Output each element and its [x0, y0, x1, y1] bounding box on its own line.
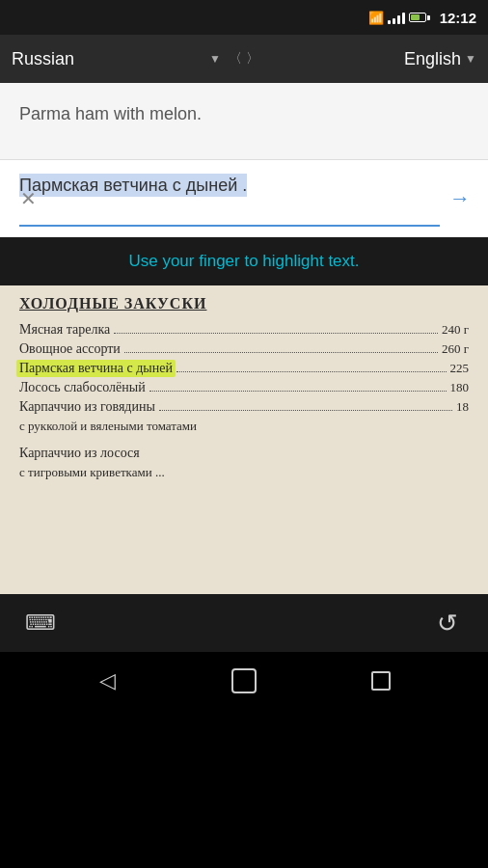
recent-apps-button[interactable]: [360, 660, 402, 702]
hint-text: Use your finger to highlight text.: [128, 252, 359, 271]
back-icon: ◁: [99, 668, 116, 693]
nav-bar: ◁: [0, 652, 488, 710]
input-text[interactable]: Пармская ветчина с дыней .: [19, 174, 247, 197]
source-dropdown-icon[interactable]: ▼: [209, 52, 221, 66]
back-button[interactable]: ◁: [86, 660, 128, 702]
status-icons: 📶 12:12: [368, 10, 476, 26]
source-language[interactable]: Russian: [12, 49, 205, 69]
menu-item-price: 240 г: [442, 322, 469, 338]
go-button[interactable]: →: [444, 186, 476, 211]
battery-icon: [409, 13, 430, 22]
menu-dots: [176, 371, 447, 372]
camera-view[interactable]: ХОЛОДНЫЕ ЗАКУСКИ Мясная тарелка 240 г Ов…: [0, 285, 488, 594]
menu-dots: [159, 410, 452, 411]
menu-item-name: Карпаччио из лосося: [19, 446, 140, 461]
menu-item-price: 260 г: [442, 341, 469, 357]
hint-bar: Use your finger to highlight text.: [0, 237, 488, 285]
keyboard-icon[interactable]: ⌨: [25, 610, 56, 636]
menu-item-price: 18: [456, 399, 469, 415]
keyboard-button[interactable]: ⌨: [19, 602, 62, 644]
input-underline: [19, 225, 440, 227]
menu-dots: [149, 391, 447, 392]
menu-dots: [124, 352, 438, 353]
target-language[interactable]: English: [267, 49, 461, 69]
menu-item-name: Лосось слабосолёный: [19, 380, 146, 395]
menu-dots: [114, 333, 438, 334]
list-item: Пармская ветчина с дыней 225: [19, 361, 469, 376]
language-bar[interactable]: Russian ▼ 〈 〉 English ▼: [0, 35, 488, 83]
status-bar: 📶 12:12: [0, 0, 488, 35]
list-item: Лосось слабосолёный 180: [19, 380, 469, 395]
wifi-icon: 📶: [368, 11, 384, 25]
menu-section-title: ХОЛОДНЫЕ ЗАКУСКИ: [19, 295, 469, 312]
refresh-icon[interactable]: ↺: [437, 609, 458, 638]
list-item: Карпаччио из говядины 18: [19, 399, 469, 415]
refresh-button[interactable]: ↺: [426, 602, 469, 644]
target-dropdown-icon[interactable]: ▼: [465, 52, 476, 66]
menu-item-name: Овощное ассорти: [19, 341, 121, 357]
menu-item-sub: с тигровыми криветками ...: [19, 465, 469, 480]
signal-icon: [388, 11, 405, 24]
highlighted-menu-item[interactable]: Пармская ветчина с дыней: [16, 360, 176, 377]
input-area[interactable]: ✕ Пармская ветчина с дыней . →: [0, 160, 488, 237]
list-item: Мясная тарелка 240 г: [19, 322, 469, 338]
list-item: Карпаччио из лосося: [19, 446, 469, 461]
translation-result-area: Parma ham with melon.: [0, 83, 488, 160]
recent-apps-icon: [371, 671, 391, 691]
swap-left-arrow-icon: 〈: [229, 50, 242, 68]
menu-item-name: Карпаччио из говядины: [19, 399, 155, 415]
language-swap-button[interactable]: 〈 〉: [221, 50, 267, 68]
menu-document: ХОЛОДНЫЕ ЗАКУСКИ Мясная тарелка 240 г Ов…: [19, 295, 469, 482]
status-time: 12:12: [440, 10, 476, 26]
menu-item-name: Мясная тарелка: [19, 322, 110, 338]
bottom-toolbar: ⌨ ↺: [0, 594, 488, 652]
list-item: Овощное ассорти 260 г: [19, 341, 469, 357]
menu-item-price: 225: [450, 361, 470, 376]
menu-item-price: 180: [450, 380, 470, 395]
home-button[interactable]: [223, 660, 265, 702]
home-icon: [231, 668, 257, 693]
clear-button[interactable]: ✕: [14, 187, 42, 210]
swap-right-arrow-icon: 〉: [246, 50, 259, 68]
menu-item-sub: с рукколой и вялеными томатами: [19, 419, 469, 434]
translation-result-text: Parma ham with melon.: [19, 104, 202, 123]
